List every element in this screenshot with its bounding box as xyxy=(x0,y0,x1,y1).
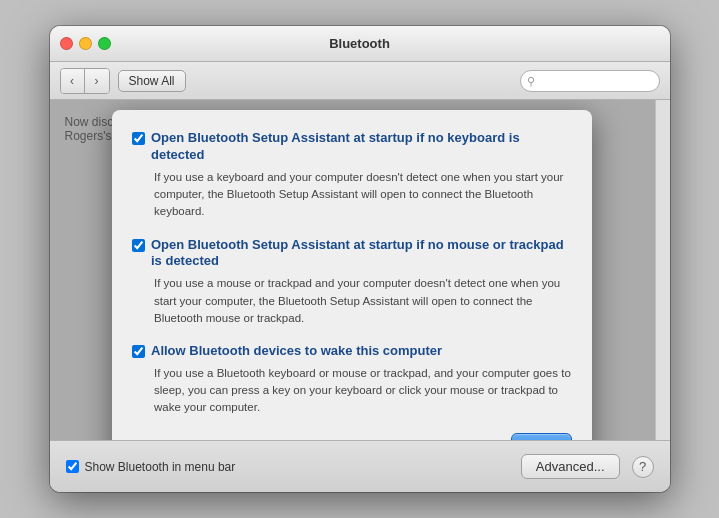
close-button[interactable] xyxy=(60,37,73,50)
dialog-item-3-description: If you use a Bluetooth keyboard or mouse… xyxy=(132,365,572,417)
nav-buttons: ‹ › xyxy=(60,68,110,94)
dialog-item-3: Allow Bluetooth devices to wake this com… xyxy=(132,343,572,417)
advanced-button[interactable]: Advanced... xyxy=(521,454,620,479)
main-panel: Now discoverable as Rogers's MacBook Pro… xyxy=(50,100,655,440)
checkbox-mouse-label: Open Bluetooth Setup Assistant at startu… xyxy=(151,237,572,271)
ok-button[interactable]: OK xyxy=(511,433,573,440)
back-button[interactable]: ‹ xyxy=(61,69,85,93)
window-title: Bluetooth xyxy=(329,36,390,51)
traffic-lights xyxy=(60,37,111,50)
checkbox-row-1: Open Bluetooth Setup Assistant at startu… xyxy=(132,130,572,164)
dialog-overlay: Open Bluetooth Setup Assistant at startu… xyxy=(50,100,655,440)
checkbox-wake[interactable] xyxy=(132,345,145,358)
checkbox-row-3: Allow Bluetooth devices to wake this com… xyxy=(132,343,572,360)
show-bluetooth-checkbox[interactable] xyxy=(66,460,79,473)
scrollbar[interactable] xyxy=(655,100,670,440)
help-button[interactable]: ? xyxy=(632,456,654,478)
dialog-item-2-description: If you use a mouse or trackpad and your … xyxy=(132,275,572,327)
show-all-button[interactable]: Show All xyxy=(118,70,186,92)
show-bluetooth-label: Show Bluetooth in menu bar xyxy=(85,460,236,474)
search-icon: ⚲ xyxy=(527,74,535,87)
minimize-button[interactable] xyxy=(79,37,92,50)
search-box: ⚲ xyxy=(520,70,660,92)
dialog-item-1-description: If you use a keyboard and your computer … xyxy=(132,169,572,221)
checkbox-mouse[interactable] xyxy=(132,239,145,252)
titlebar: Bluetooth xyxy=(50,26,670,62)
dialog-item-2: Open Bluetooth Setup Assistant at startu… xyxy=(132,237,572,328)
checkbox-wake-label: Allow Bluetooth devices to wake this com… xyxy=(151,343,442,360)
forward-button[interactable]: › xyxy=(85,69,109,93)
dialog: Open Bluetooth Setup Assistant at startu… xyxy=(112,110,592,440)
dialog-ok-row: OK xyxy=(132,433,572,440)
checkbox-keyboard-label: Open Bluetooth Setup Assistant at startu… xyxy=(151,130,572,164)
footer-checkbox-row: Show Bluetooth in menu bar xyxy=(66,460,509,474)
footer: Show Bluetooth in menu bar Advanced... ? xyxy=(50,440,670,492)
checkbox-row-2: Open Bluetooth Setup Assistant at startu… xyxy=(132,237,572,271)
maximize-button[interactable] xyxy=(98,37,111,50)
search-input[interactable] xyxy=(520,70,660,92)
content-area: Now discoverable as Rogers's MacBook Pro… xyxy=(50,100,670,440)
dialog-item-1: Open Bluetooth Setup Assistant at startu… xyxy=(132,130,572,221)
main-window: Bluetooth ‹ › Show All ⚲ Now discoverabl… xyxy=(50,26,670,492)
toolbar: ‹ › Show All ⚲ xyxy=(50,62,670,100)
checkbox-keyboard[interactable] xyxy=(132,132,145,145)
